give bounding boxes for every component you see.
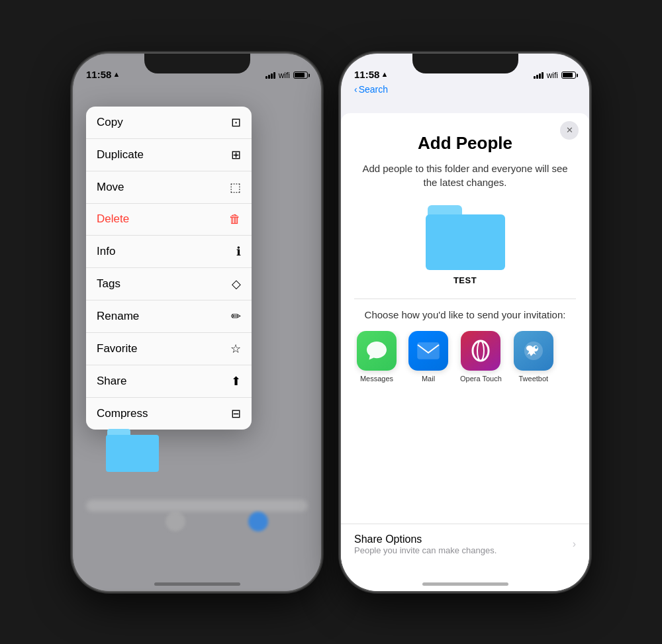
rename-label: Rename (97, 310, 231, 323)
folder-body-large (426, 214, 505, 270)
close-icon: ✕ (566, 125, 573, 135)
signal-icon-1 (265, 72, 275, 79)
location-icon-2: ▲ (381, 70, 388, 78)
svg-rect-0 (418, 343, 439, 359)
status-time-2: 11:58 ▲ (354, 69, 388, 80)
tweetbot-icon (514, 331, 553, 371)
back-label-2: Search (359, 84, 388, 95)
tags-label: Tags (97, 277, 232, 291)
status-icons-2: wifi (534, 71, 576, 80)
modal-subtitle: Add people to this folder and everyone w… (354, 161, 576, 189)
app-item-tweetbot[interactable]: Tweetbot (514, 331, 553, 383)
battery-fill-1 (295, 73, 305, 77)
share-icon: ⬆ (231, 374, 241, 389)
home-indicator-1 (154, 582, 240, 586)
share-options-subtitle: People you invite can make changes. (354, 545, 496, 555)
back-chevron-2: ‹ (354, 84, 357, 95)
favorite-icon: ☆ (230, 342, 241, 356)
phone-2: 11:58 ▲ wifi ‹ (341, 54, 589, 591)
copy-label: Copy (97, 116, 231, 129)
divider (354, 299, 576, 299)
mail-icon (408, 331, 448, 371)
notch-2 (412, 54, 518, 73)
rename-icon: ✏ (231, 309, 241, 324)
location-icon-1: ▲ (113, 70, 120, 78)
duplicate-label: Duplicate (97, 148, 231, 161)
menu-item-move[interactable]: Move ⬚ (86, 171, 252, 204)
battery-icon-2 (561, 71, 576, 79)
battery-icon-1 (293, 71, 308, 79)
folder-icon-1 (106, 429, 159, 472)
folder-preview: TEST (354, 205, 576, 285)
app-item-opera[interactable]: Opera Touch (460, 331, 502, 383)
menu-item-info[interactable]: Info ℹ (86, 236, 252, 268)
copy-icon: ⊡ (231, 115, 241, 130)
opera-touch-label: Opera Touch (460, 375, 502, 383)
delete-label: Delete (97, 212, 229, 226)
home-indicator-2 (422, 582, 508, 586)
screen-2: 11:58 ▲ wifi ‹ (341, 54, 589, 591)
signal-icon-2 (534, 72, 544, 79)
time-display-2: 11:58 (354, 69, 379, 80)
menu-item-copy[interactable]: Copy ⊡ (86, 107, 252, 139)
phone-1: 11:58 ▲ wifi ‹ (73, 54, 321, 591)
share-label: Share (97, 375, 231, 388)
move-label: Move (97, 181, 230, 194)
blur-dot-left (166, 512, 185, 531)
menu-item-favorite[interactable]: Favorite ☆ (86, 333, 252, 365)
folder-body-1 (106, 435, 159, 472)
close-button[interactable]: ✕ (560, 121, 579, 140)
wifi-icon-1: wifi (279, 71, 290, 80)
modal-title: Add People (354, 133, 576, 154)
tags-icon: ◇ (232, 277, 241, 291)
delete-icon: 🗑 (229, 212, 241, 226)
status-time-1: 11:58 ▲ (86, 69, 120, 80)
menu-item-tags[interactable]: Tags ◇ (86, 268, 252, 300)
app-item-messages[interactable]: Messages (357, 331, 397, 383)
phone2-bg: 11:58 ▲ wifi ‹ (341, 54, 589, 591)
time-display-1: 11:58 (86, 69, 111, 80)
add-people-modal: ✕ Add People Add people to this folder a… (341, 113, 589, 591)
back-nav-2[interactable]: ‹ Search (341, 83, 589, 99)
compress-icon: ⊟ (231, 406, 241, 421)
compress-label: Compress (97, 407, 231, 420)
menu-item-delete[interactable]: Delete 🗑 (86, 204, 252, 236)
menu-item-rename[interactable]: Rename ✏ (86, 300, 252, 333)
notch-1 (144, 54, 250, 73)
blur-bar (86, 500, 308, 512)
send-label: Choose how you'd like to send your invit… (354, 309, 576, 320)
share-options-chevron: › (573, 538, 576, 550)
folder-name: TEST (453, 275, 477, 285)
battery-fill-2 (563, 73, 573, 77)
tweetbot-label: Tweetbot (518, 375, 548, 383)
context-menu: Copy ⊡ Duplicate ⊞ Move ⬚ Delete 🗑 Info (86, 107, 252, 430)
move-icon: ⬚ (230, 180, 241, 195)
mail-label: Mail (422, 375, 435, 383)
folder-icon-large (426, 205, 505, 270)
blur-dot-right (248, 512, 268, 531)
svg-point-2 (477, 341, 484, 361)
messages-label: Messages (360, 375, 393, 383)
app-icons-row: Messages Mail (354, 331, 576, 383)
menu-item-share[interactable]: Share ⬆ (86, 365, 252, 398)
menu-item-compress[interactable]: Compress ⊟ (86, 398, 252, 430)
svg-point-1 (473, 341, 489, 361)
screen-1: 11:58 ▲ wifi ‹ (73, 54, 321, 591)
share-options-text: Share Options People you invite can make… (354, 533, 496, 555)
info-icon: ℹ (236, 244, 241, 259)
messages-icon (357, 331, 397, 371)
opera-icon (461, 331, 500, 371)
app-item-mail[interactable]: Mail (408, 331, 448, 383)
menu-item-duplicate[interactable]: Duplicate ⊞ (86, 139, 252, 171)
info-label: Info (97, 245, 236, 258)
wifi-icon-2: wifi (547, 71, 558, 80)
share-options-row[interactable]: Share Options People you invite can make… (341, 524, 589, 565)
share-options-title: Share Options (354, 533, 496, 545)
folder-item[interactable] (106, 429, 159, 472)
duplicate-icon: ⊞ (231, 148, 241, 162)
phone1-bg: 11:58 ▲ wifi ‹ (73, 54, 321, 591)
status-icons-1: wifi (265, 71, 308, 80)
favorite-label: Favorite (97, 342, 230, 355)
svg-point-4 (535, 346, 538, 349)
